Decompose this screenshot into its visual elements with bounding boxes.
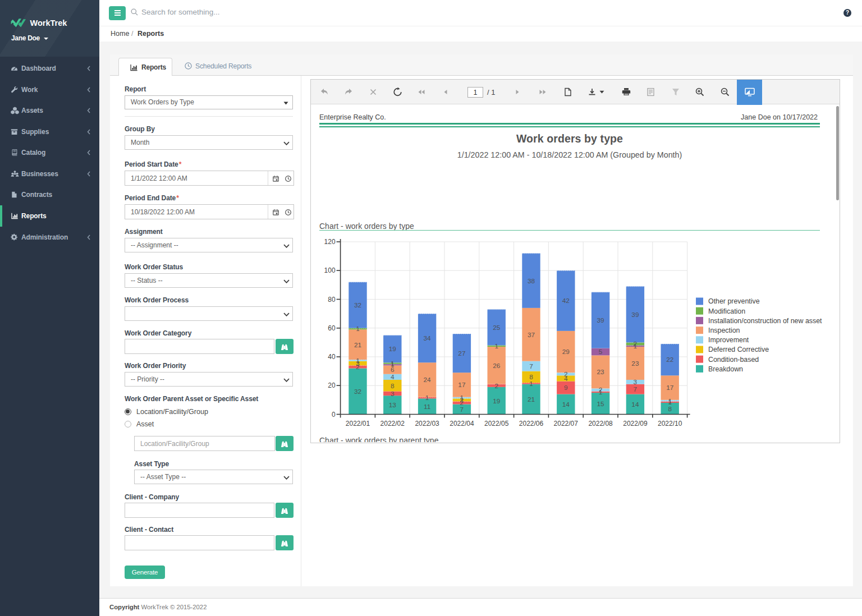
svg-text:2: 2	[599, 386, 603, 394]
svg-text:2022/02: 2022/02	[380, 420, 405, 427]
svg-text:2022/10: 2022/10	[658, 420, 682, 427]
svg-text:2022/09: 2022/09	[623, 420, 648, 427]
svg-text:25: 25	[493, 324, 501, 332]
svg-text:26: 26	[493, 362, 501, 370]
svg-text:27: 27	[458, 350, 465, 357]
svg-text:2: 2	[634, 340, 638, 348]
svg-text:2022/06: 2022/06	[519, 420, 544, 427]
svg-text:Installation/construction of n: Installation/construction of new asset	[708, 317, 822, 325]
svg-text:13: 13	[389, 401, 397, 409]
svg-text:3: 3	[634, 378, 638, 386]
svg-text:23: 23	[631, 360, 639, 367]
svg-text:14: 14	[631, 401, 639, 408]
svg-text:8: 8	[529, 373, 533, 381]
svg-text:2022/04: 2022/04	[450, 420, 474, 427]
svg-text:Improvement: Improvement	[708, 336, 749, 344]
svg-text:80: 80	[328, 296, 336, 304]
svg-text:42: 42	[562, 297, 570, 305]
svg-text:17: 17	[458, 381, 465, 389]
svg-text:120: 120	[324, 238, 336, 246]
svg-text:7: 7	[529, 362, 533, 370]
svg-text:40: 40	[328, 353, 336, 361]
svg-text:11: 11	[424, 403, 430, 411]
svg-text:2022/01: 2022/01	[346, 420, 370, 427]
svg-text:32: 32	[354, 301, 361, 309]
svg-text:Other preventive: Other preventive	[708, 297, 760, 305]
svg-text:34: 34	[424, 334, 432, 342]
svg-text:19: 19	[493, 397, 500, 405]
svg-text:4: 4	[391, 373, 395, 381]
svg-text:1: 1	[425, 394, 429, 402]
svg-text:2: 2	[494, 382, 498, 390]
svg-text:39: 39	[597, 316, 604, 324]
svg-text:24: 24	[424, 376, 432, 384]
svg-text:32: 32	[354, 388, 361, 396]
svg-text:Breakdown: Breakdown	[708, 365, 743, 373]
svg-text:5: 5	[599, 348, 603, 356]
svg-text:1: 1	[668, 397, 672, 405]
svg-text:14: 14	[562, 401, 570, 408]
svg-text:9: 9	[564, 384, 568, 392]
svg-text:23: 23	[597, 368, 605, 376]
svg-text:1: 1	[356, 357, 360, 365]
svg-text:38: 38	[528, 277, 535, 285]
svg-text:60: 60	[328, 324, 336, 332]
svg-text:22: 22	[666, 356, 673, 364]
svg-text:1: 1	[391, 360, 395, 367]
svg-text:Modification: Modification	[708, 307, 745, 315]
svg-text:17: 17	[666, 384, 673, 392]
svg-text:39: 39	[631, 311, 639, 319]
svg-text:1: 1	[356, 325, 360, 333]
svg-text:15: 15	[597, 400, 605, 408]
svg-text:1: 1	[460, 394, 464, 402]
svg-text:8: 8	[391, 382, 395, 390]
svg-text:Condition-based: Condition-based	[708, 356, 759, 364]
svg-text:29: 29	[562, 348, 570, 356]
svg-text:100: 100	[324, 266, 336, 274]
svg-text:2: 2	[564, 370, 568, 378]
svg-text:2022/05: 2022/05	[484, 420, 509, 427]
svg-text:37: 37	[528, 331, 535, 339]
svg-text:2022/03: 2022/03	[415, 420, 439, 427]
svg-text:21: 21	[528, 396, 535, 403]
svg-text:19: 19	[389, 345, 396, 353]
svg-text:1: 1	[494, 342, 498, 350]
svg-text:20: 20	[328, 381, 336, 389]
svg-text:2022/08: 2022/08	[588, 420, 613, 427]
svg-text:7: 7	[634, 385, 638, 393]
svg-text:2022/07: 2022/07	[554, 420, 579, 427]
svg-text:21: 21	[354, 341, 361, 349]
svg-text:0: 0	[332, 411, 336, 419]
svg-text:Deferred Corrective: Deferred Corrective	[708, 346, 769, 353]
svg-text:3: 3	[391, 390, 395, 398]
svg-text:Inspection: Inspection	[708, 327, 740, 334]
